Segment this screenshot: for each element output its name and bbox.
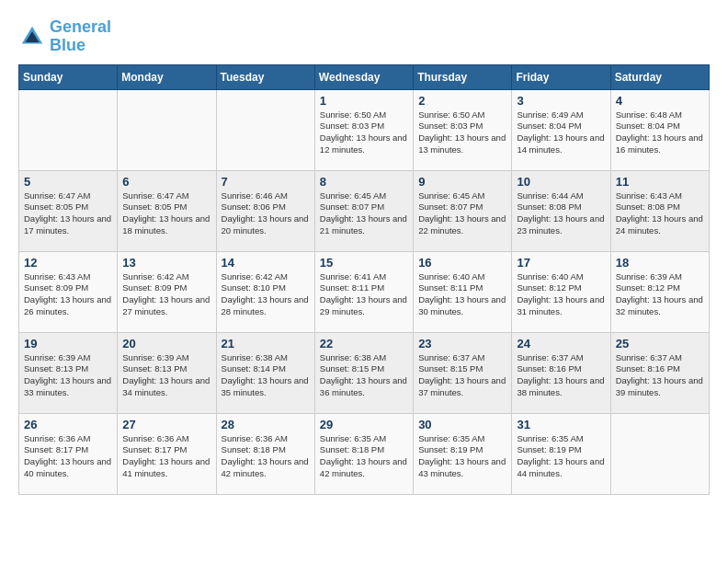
logo-text: General Blue	[50, 18, 111, 55]
calendar-body: 1Sunrise: 6:50 AMSunset: 8:03 PMDaylight…	[19, 89, 710, 494]
week-row-1: 5Sunrise: 6:47 AMSunset: 8:05 PMDaylight…	[19, 170, 710, 251]
logo-icon	[18, 23, 46, 51]
calendar-cell: 30Sunrise: 6:35 AMSunset: 8:19 PMDayligh…	[414, 413, 512, 494]
day-number: 12	[24, 256, 112, 270]
cell-content: Sunrise: 6:39 AMSunset: 8:13 PMDaylight:…	[122, 352, 210, 399]
day-number: 11	[616, 175, 704, 189]
day-number: 14	[222, 256, 310, 270]
calendar-cell	[19, 89, 118, 170]
logo-blue: Blue	[50, 37, 111, 55]
calendar-cell: 24Sunrise: 6:37 AMSunset: 8:16 PMDayligh…	[512, 332, 610, 413]
week-row-4: 26Sunrise: 6:36 AMSunset: 8:17 PMDayligh…	[19, 413, 710, 494]
cell-content: Sunrise: 6:39 AMSunset: 8:12 PMDaylight:…	[616, 271, 704, 318]
week-row-2: 12Sunrise: 6:43 AMSunset: 8:09 PMDayligh…	[19, 251, 710, 332]
calendar-cell: 6Sunrise: 6:47 AMSunset: 8:05 PMDaylight…	[118, 170, 216, 251]
cell-content: Sunrise: 6:36 AMSunset: 8:18 PMDaylight:…	[222, 433, 310, 480]
calendar-cell: 13Sunrise: 6:42 AMSunset: 8:09 PMDayligh…	[118, 251, 216, 332]
day-number: 18	[616, 256, 704, 270]
day-number: 26	[24, 418, 112, 431]
day-number: 24	[517, 337, 605, 350]
day-number: 25	[616, 337, 704, 350]
calendar-cell: 20Sunrise: 6:39 AMSunset: 8:13 PMDayligh…	[118, 332, 216, 413]
day-number: 13	[122, 256, 210, 270]
day-header-saturday: Saturday	[610, 64, 709, 89]
day-number: 17	[517, 256, 605, 270]
calendar-cell	[216, 89, 314, 170]
calendar-cell: 10Sunrise: 6:44 AMSunset: 8:08 PMDayligh…	[512, 170, 610, 251]
calendar-cell: 31Sunrise: 6:35 AMSunset: 8:19 PMDayligh…	[512, 413, 610, 494]
calendar-cell: 28Sunrise: 6:36 AMSunset: 8:18 PMDayligh…	[216, 413, 314, 494]
cell-content: Sunrise: 6:41 AMSunset: 8:11 PMDaylight:…	[320, 271, 408, 318]
day-header-row: SundayMondayTuesdayWednesdayThursdayFrid…	[19, 64, 710, 89]
day-number: 9	[418, 175, 506, 189]
day-number: 10	[517, 175, 605, 189]
calendar-cell: 9Sunrise: 6:45 AMSunset: 8:07 PMDaylight…	[414, 170, 512, 251]
page-header: General Blue	[18, 18, 710, 55]
cell-content: Sunrise: 6:45 AMSunset: 8:07 PMDaylight:…	[320, 190, 408, 237]
day-number: 27	[122, 418, 210, 431]
calendar-cell: 16Sunrise: 6:40 AMSunset: 8:11 PMDayligh…	[414, 251, 512, 332]
cell-content: Sunrise: 6:35 AMSunset: 8:19 PMDaylight:…	[517, 433, 605, 480]
calendar-cell: 21Sunrise: 6:38 AMSunset: 8:14 PMDayligh…	[216, 332, 314, 413]
day-number: 5	[24, 175, 112, 189]
cell-content: Sunrise: 6:42 AMSunset: 8:10 PMDaylight:…	[222, 271, 310, 318]
calendar-cell: 25Sunrise: 6:37 AMSunset: 8:16 PMDayligh…	[610, 332, 709, 413]
day-number: 28	[222, 418, 310, 431]
calendar-cell	[610, 413, 709, 494]
day-header-tuesday: Tuesday	[216, 64, 314, 89]
day-number: 2	[418, 94, 506, 108]
cell-content: Sunrise: 6:45 AMSunset: 8:07 PMDaylight:…	[418, 190, 506, 237]
day-number: 7	[222, 175, 310, 189]
calendar-cell: 4Sunrise: 6:48 AMSunset: 8:04 PMDaylight…	[610, 89, 709, 170]
cell-content: Sunrise: 6:39 AMSunset: 8:13 PMDaylight:…	[24, 352, 112, 399]
calendar-cell: 7Sunrise: 6:46 AMSunset: 8:06 PMDaylight…	[216, 170, 314, 251]
calendar-cell: 26Sunrise: 6:36 AMSunset: 8:17 PMDayligh…	[19, 413, 118, 494]
calendar-cell: 15Sunrise: 6:41 AMSunset: 8:11 PMDayligh…	[314, 251, 413, 332]
cell-content: Sunrise: 6:38 AMSunset: 8:14 PMDaylight:…	[222, 352, 310, 399]
day-number: 16	[418, 256, 506, 270]
calendar-header: SundayMondayTuesdayWednesdayThursdayFrid…	[19, 64, 710, 89]
day-header-thursday: Thursday	[414, 64, 512, 89]
calendar-cell: 2Sunrise: 6:50 AMSunset: 8:03 PMDaylight…	[414, 89, 512, 170]
logo: General Blue	[18, 18, 111, 55]
calendar-cell: 11Sunrise: 6:43 AMSunset: 8:08 PMDayligh…	[610, 170, 709, 251]
calendar-cell	[118, 89, 216, 170]
cell-content: Sunrise: 6:44 AMSunset: 8:08 PMDaylight:…	[517, 190, 605, 237]
week-row-0: 1Sunrise: 6:50 AMSunset: 8:03 PMDaylight…	[19, 89, 710, 170]
calendar-cell: 1Sunrise: 6:50 AMSunset: 8:03 PMDaylight…	[314, 89, 413, 170]
calendar-cell: 29Sunrise: 6:35 AMSunset: 8:18 PMDayligh…	[314, 413, 413, 494]
cell-content: Sunrise: 6:36 AMSunset: 8:17 PMDaylight:…	[24, 433, 112, 480]
cell-content: Sunrise: 6:49 AMSunset: 8:04 PMDaylight:…	[517, 109, 605, 156]
cell-content: Sunrise: 6:37 AMSunset: 8:16 PMDaylight:…	[517, 352, 605, 399]
day-number: 8	[320, 175, 408, 189]
cell-content: Sunrise: 6:38 AMSunset: 8:15 PMDaylight:…	[320, 352, 408, 399]
day-header-wednesday: Wednesday	[314, 64, 413, 89]
day-number: 23	[418, 337, 506, 350]
cell-content: Sunrise: 6:43 AMSunset: 8:09 PMDaylight:…	[24, 271, 112, 318]
cell-content: Sunrise: 6:50 AMSunset: 8:03 PMDaylight:…	[320, 109, 408, 156]
cell-content: Sunrise: 6:37 AMSunset: 8:15 PMDaylight:…	[418, 352, 506, 399]
day-number: 22	[320, 337, 408, 350]
calendar-cell: 3Sunrise: 6:49 AMSunset: 8:04 PMDaylight…	[512, 89, 610, 170]
logo-general: General	[50, 17, 111, 36]
cell-content: Sunrise: 6:47 AMSunset: 8:05 PMDaylight:…	[24, 190, 112, 237]
day-number: 30	[418, 418, 506, 431]
day-number: 15	[320, 256, 408, 270]
calendar-cell: 19Sunrise: 6:39 AMSunset: 8:13 PMDayligh…	[19, 332, 118, 413]
cell-content: Sunrise: 6:37 AMSunset: 8:16 PMDaylight:…	[616, 352, 704, 399]
day-number: 29	[320, 418, 408, 431]
cell-content: Sunrise: 6:36 AMSunset: 8:17 PMDaylight:…	[122, 433, 210, 480]
cell-content: Sunrise: 6:35 AMSunset: 8:18 PMDaylight:…	[320, 433, 408, 480]
day-number: 1	[320, 94, 408, 108]
calendar-cell: 14Sunrise: 6:42 AMSunset: 8:10 PMDayligh…	[216, 251, 314, 332]
calendar-cell: 18Sunrise: 6:39 AMSunset: 8:12 PMDayligh…	[610, 251, 709, 332]
calendar-cell: 17Sunrise: 6:40 AMSunset: 8:12 PMDayligh…	[512, 251, 610, 332]
day-header-sunday: Sunday	[19, 64, 118, 89]
cell-content: Sunrise: 6:40 AMSunset: 8:12 PMDaylight:…	[517, 271, 605, 318]
calendar-cell: 5Sunrise: 6:47 AMSunset: 8:05 PMDaylight…	[19, 170, 118, 251]
cell-content: Sunrise: 6:35 AMSunset: 8:19 PMDaylight:…	[418, 433, 506, 480]
day-number: 20	[122, 337, 210, 350]
calendar-cell: 8Sunrise: 6:45 AMSunset: 8:07 PMDaylight…	[314, 170, 413, 251]
cell-content: Sunrise: 6:40 AMSunset: 8:11 PMDaylight:…	[418, 271, 506, 318]
calendar-cell: 22Sunrise: 6:38 AMSunset: 8:15 PMDayligh…	[314, 332, 413, 413]
